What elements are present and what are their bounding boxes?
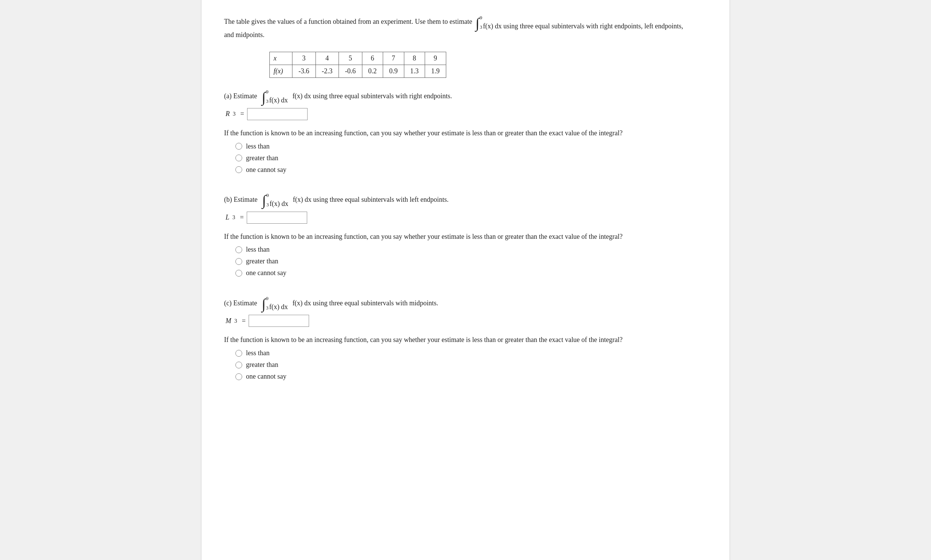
intro-integral-expr: f(x) dx using three equal subintervals w… <box>483 23 683 29</box>
section-b-label-cannot: one cannot say <box>246 269 286 277</box>
section-c-integral: ∫ 9 3 f(x) dx <box>261 296 288 310</box>
section-b-radio-group: less than greater than one cannot say <box>235 246 707 277</box>
section-c: (c) Estimate ∫ 9 3 f(x) dx f(x) dx using… <box>224 296 707 381</box>
table-val-2: -0.6 <box>339 65 362 77</box>
table-header-9: 9 <box>425 52 446 65</box>
section-a-integral-sign: ∫ <box>261 91 265 104</box>
table-fx-label: f(x) <box>270 65 292 77</box>
section-c-answer-label: M <box>226 317 231 325</box>
section-a-answer-sub: 3 <box>233 111 236 117</box>
intro-integral-body: f(x) dx using three equal subintervals w… <box>483 23 683 29</box>
section-a-radio-less[interactable] <box>235 143 242 150</box>
section-c-integral-limits: 9 3 <box>266 296 269 310</box>
section-b-equals: = <box>238 213 244 221</box>
table-val-1: -2.3 <box>315 65 339 77</box>
section-b-radio-cannot[interactable] <box>235 270 242 277</box>
intro-integral-sign: ∫ <box>475 17 479 29</box>
intro-paragraph: The table gives the values of a function… <box>224 15 707 40</box>
intro-integral-lower: 3 <box>480 25 483 29</box>
page-container: The table gives the values of a function… <box>201 0 730 560</box>
section-c-option-cannot[interactable]: one cannot say <box>235 373 707 381</box>
section-a-radio-greater[interactable] <box>235 155 242 161</box>
section-c-answer-row: M3 = <box>226 315 707 327</box>
section-b-integral: ∫ 9 3 f(x) dx <box>262 193 288 207</box>
section-b-integral-upper: 9 <box>266 193 269 198</box>
section-b-title: (b) Estimate <box>224 196 257 204</box>
section-a-option-less[interactable]: less than <box>235 142 707 150</box>
intro-text-part1: The table gives the values of a function… <box>224 18 472 25</box>
section-b-question: If the function is known to be an increa… <box>224 231 707 242</box>
table-header-row: x 3 4 5 6 7 8 9 <box>270 52 446 65</box>
section-a-label-greater: greater than <box>246 154 278 162</box>
section-c-option-less[interactable]: less than <box>235 349 707 357</box>
section-a-integral-expr: f(x) dx <box>269 97 288 104</box>
section-b-desc: f(x) dx using three equal subintervals w… <box>293 196 448 204</box>
section-b-label-greater: greater than <box>246 257 278 265</box>
section-b-input[interactable] <box>247 212 307 224</box>
section-a-integral-body: f(x) dx <box>269 97 288 104</box>
section-b-answer-row: L3 = <box>226 212 707 224</box>
section-b-answer-sub: 3 <box>232 214 235 221</box>
table-header-4: 4 <box>315 52 339 65</box>
section-a-input[interactable] <box>247 108 308 120</box>
table-header-8: 8 <box>404 52 425 65</box>
table-val-6: 1.9 <box>425 65 446 77</box>
table-header-3: 3 <box>292 52 316 65</box>
section-b-integral-lower: 3 <box>266 202 269 207</box>
table-header-5: 5 <box>339 52 362 65</box>
section-c-radio-cannot[interactable] <box>235 373 242 380</box>
section-c-label-less: less than <box>246 349 270 357</box>
section-a-integral-limits: 9 3 <box>266 89 269 104</box>
section-a-label-less: less than <box>246 142 270 150</box>
section-b-integral-sign: ∫ <box>262 194 266 207</box>
table-val-5: 1.3 <box>404 65 425 77</box>
section-a-integral: ∫ 9 3 f(x) dx <box>261 89 288 104</box>
section-b-radio-less[interactable] <box>235 246 242 253</box>
section-b-answer-label: L <box>226 213 229 221</box>
section-c-question: If the function is known to be an increa… <box>224 334 707 345</box>
section-c-radio-group: less than greater than one cannot say <box>235 349 707 381</box>
section-c-radio-less[interactable] <box>235 350 242 357</box>
intro-integral-limits: 9 3 <box>480 15 483 29</box>
section-b-option-less[interactable]: less than <box>235 246 707 254</box>
section-c-integral-lower: 3 <box>266 305 269 310</box>
intro-text-part3: and midpoints. <box>224 31 264 39</box>
section-c-label: (c) Estimate ∫ 9 3 f(x) dx f(x) dx using… <box>224 296 707 310</box>
section-b: (b) Estimate ∫ 9 3 f(x) dx f(x) dx using… <box>224 193 707 277</box>
section-a-label-cannot: one cannot say <box>246 166 286 174</box>
section-c-title: (c) Estimate <box>224 299 257 307</box>
section-c-equals: = <box>240 317 246 325</box>
table-header-x: x <box>270 52 292 65</box>
section-c-answer-sub: 3 <box>234 318 237 324</box>
section-a-option-greater[interactable]: greater than <box>235 154 707 162</box>
section-c-integral-sign: ∫ <box>261 297 265 310</box>
section-c-desc: f(x) dx using three equal subintervals w… <box>292 299 438 307</box>
section-a-option-cannot[interactable]: one cannot say <box>235 166 707 174</box>
section-c-label-greater: greater than <box>246 361 278 369</box>
section-a-title: (a) Estimate <box>224 92 257 100</box>
section-b-label: (b) Estimate ∫ 9 3 f(x) dx f(x) dx using… <box>224 193 707 207</box>
section-a-answer-row: R3 = <box>226 108 707 120</box>
section-c-input[interactable] <box>249 315 309 327</box>
table-val-0: -3.6 <box>292 65 316 77</box>
section-a-question: If the function is known to be an increa… <box>224 128 707 139</box>
section-c-option-greater[interactable]: greater than <box>235 361 707 369</box>
table-header-7: 7 <box>383 52 404 65</box>
section-b-radio-greater[interactable] <box>235 258 242 265</box>
section-b-label-less: less than <box>246 246 270 254</box>
section-b-option-greater[interactable]: greater than <box>235 257 707 265</box>
section-b-option-cannot[interactable]: one cannot say <box>235 269 707 277</box>
section-a-equals: = <box>239 110 244 118</box>
section-a-radio-group: less than greater than one cannot say <box>235 142 707 174</box>
section-c-label-cannot: one cannot say <box>246 373 286 381</box>
section-b-integral-limits: 9 3 <box>266 193 269 207</box>
section-c-integral-upper: 9 <box>266 296 269 301</box>
section-c-integral-expr: f(x) dx <box>269 303 288 310</box>
section-c-radio-greater[interactable] <box>235 362 242 368</box>
section-b-integral-expr: f(x) dx <box>269 200 288 207</box>
section-a-integral-upper: 9 <box>266 89 269 94</box>
intro-integral: ∫ 9 3 f(x) dx using three equal subinter… <box>475 15 683 29</box>
section-b-integral-body: f(x) dx <box>269 200 288 207</box>
section-a-radio-cannot[interactable] <box>235 166 242 173</box>
data-table: x 3 4 5 6 7 8 9 f(x) -3.6 -2.3 -0.6 0.2 … <box>269 52 446 78</box>
